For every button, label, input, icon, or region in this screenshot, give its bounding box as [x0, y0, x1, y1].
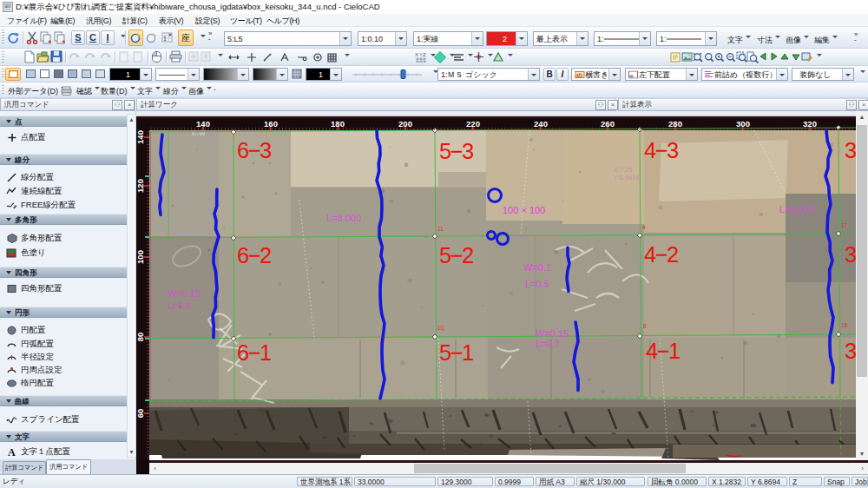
svg-text:200: 200 — [398, 119, 412, 129]
svg-text:300: 300 — [736, 119, 750, 129]
svg-text:240: 240 — [534, 119, 548, 129]
svg-text:W=0.1: W=0.1 — [523, 262, 551, 273]
svg-text:220: 220 — [466, 119, 480, 129]
svg-text:60: 60 — [136, 409, 145, 419]
svg-text:11: 11 — [437, 226, 444, 232]
svg-text:6−1: 6−1 — [237, 340, 271, 365]
svg-text:4−2: 4−2 — [644, 242, 678, 267]
svg-text:140: 140 — [136, 130, 145, 144]
svg-text:L=8.000: L=8.000 — [326, 213, 361, 223]
svg-text:16: 16 — [841, 322, 848, 328]
svg-text:100 × 100: 100 × 100 — [503, 205, 545, 215]
svg-text:A: A — [8, 446, 16, 457]
svg-text:Y:6.9814: Y:6.9814 — [614, 174, 640, 181]
svg-text:L=1.6: L=1.6 — [168, 300, 192, 311]
svg-text:6−2: 6−2 — [237, 243, 271, 267]
svg-text:5−1: 5−1 — [439, 340, 473, 365]
svg-text:3: 3 — [845, 339, 857, 363]
svg-text:3: 3 — [845, 138, 857, 162]
svg-text:4−1: 4−1 — [646, 339, 680, 363]
svg-text:6−3: 6−3 — [237, 138, 272, 162]
svg-text:180: 180 — [331, 119, 345, 129]
svg-text:4: 4 — [642, 224, 646, 230]
svg-text:E-W: E-W — [192, 129, 206, 137]
svg-text:8: 8 — [643, 323, 647, 329]
svg-text:160: 160 — [264, 119, 278, 129]
svg-text:10: 10 — [437, 325, 444, 331]
svg-text:80: 80 — [136, 333, 145, 342]
svg-text:X: X — [415, 52, 418, 57]
svg-text:X:7.25: X:7.25 — [614, 166, 633, 174]
svg-text:Z: Z — [423, 52, 426, 57]
svg-text:W=0.15: W=0.15 — [168, 288, 201, 299]
svg-text:17: 17 — [841, 222, 848, 228]
svg-text:L=0.5: L=0.5 — [525, 279, 549, 289]
svg-text:W=0.15: W=0.15 — [536, 328, 569, 339]
svg-text:3: 3 — [845, 242, 857, 267]
svg-text:280: 280 — [668, 119, 682, 129]
svg-text:140: 140 — [196, 119, 210, 129]
svg-text:ab: ab — [575, 71, 582, 77]
svg-text:120: 120 — [136, 179, 145, 193]
svg-text:5−2: 5−2 — [439, 243, 473, 267]
svg-text:1: 1 — [163, 36, 167, 42]
svg-text:260: 260 — [601, 119, 615, 129]
svg-text:L=3.000: L=3.000 — [779, 204, 814, 214]
svg-text:4−3: 4−3 — [644, 138, 679, 162]
svg-text:5−3: 5−3 — [439, 139, 474, 163]
svg-text:320: 320 — [803, 119, 817, 129]
svg-text:L=0.7: L=0.7 — [536, 339, 560, 349]
svg-text:100: 100 — [136, 250, 145, 264]
